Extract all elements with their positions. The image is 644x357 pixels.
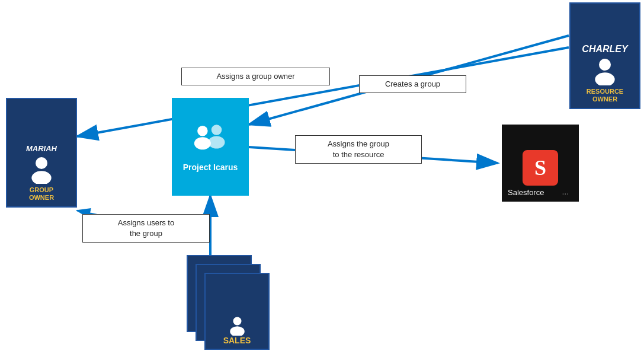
- assigns-users-text: Assigns users tothe group: [118, 218, 174, 238]
- group-icon: [190, 120, 231, 156]
- svg-point-11: [212, 125, 222, 136]
- mariah-name: MARIAH: [26, 144, 57, 153]
- mariah-role-line2: OWNER: [29, 194, 54, 202]
- svg-point-12: [209, 136, 225, 149]
- svg-point-5: [599, 59, 611, 71]
- salesforce-s-letter: S: [534, 155, 546, 180]
- salesforce-logo: S: [523, 150, 558, 186]
- svg-point-9: [197, 126, 208, 136]
- svg-point-8: [31, 171, 51, 184]
- charley-avatar-icon: [590, 56, 620, 85]
- project-icarus-card: Project Icarus: [172, 98, 249, 196]
- sales-role: SALES: [223, 336, 251, 345]
- salesforce-card: S Salesforce ...: [502, 125, 579, 202]
- charley-card: CHARLEY RESOURCE OWNER: [569, 2, 640, 109]
- svg-point-6: [595, 72, 614, 85]
- svg-point-7: [36, 157, 47, 169]
- svg-point-13: [233, 317, 241, 326]
- salesforce-label: Salesforce: [508, 188, 544, 197]
- sales-card: SALES: [204, 273, 270, 350]
- assigns-group-owner-label: Assigns a group owner: [181, 68, 330, 85]
- assigns-users-label: Assigns users tothe group: [82, 214, 210, 243]
- salesforce-menu-dots: ...: [562, 187, 569, 196]
- charley-role-line1: RESOURCE: [587, 88, 623, 95]
- mariah-role-line1: GROUP: [30, 186, 53, 194]
- assigns-group-resource-label: Assigns the groupto the resource: [295, 135, 422, 164]
- svg-point-10: [194, 138, 211, 150]
- sales-avatar-icon: [227, 315, 248, 336]
- charley-name: CHARLEY: [582, 44, 627, 55]
- svg-point-14: [230, 326, 245, 336]
- assigns-resource-text: Assigns the groupto the resource: [328, 139, 389, 159]
- mariah-avatar-icon: [27, 154, 56, 184]
- project-icarus-label: Project Icarus: [183, 162, 238, 173]
- creates-group-label: Creates a group: [359, 75, 466, 93]
- charley-role-line2: OWNER: [592, 95, 617, 103]
- mariah-card: MARIAH GROUP OWNER: [6, 98, 77, 208]
